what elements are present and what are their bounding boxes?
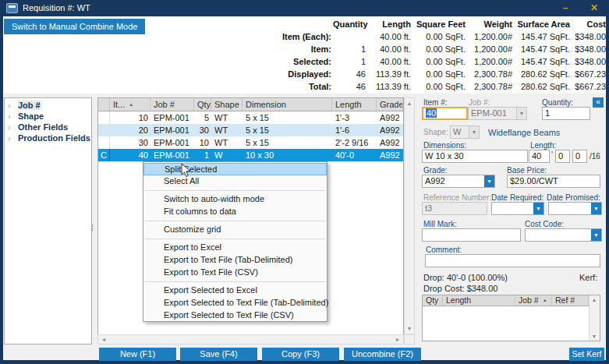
app-icon xyxy=(6,3,18,13)
copy-button[interactable]: Copy (F3) xyxy=(262,348,339,361)
drop-grid-scrollbar[interactable]: ▲ ▼ xyxy=(589,295,600,341)
dropdown-icon: ▼ xyxy=(516,108,526,119)
scrollbar-corner xyxy=(404,334,415,345)
grid-row-40-selected[interactable]: C40EPM-0011W10 x 3040'-0A992 xyxy=(98,149,403,161)
job-number-select[interactable]: EPM-001▼ xyxy=(468,107,527,120)
length-sixteenths-field[interactable]: 0 xyxy=(572,150,587,163)
summary-cell: 280.62 SqFt. xyxy=(512,80,570,93)
grade-select[interactable]: A992▼ xyxy=(422,175,495,188)
save-button[interactable]: Save (F4) xyxy=(180,348,257,361)
grid-header-item[interactable]: It...▲ xyxy=(110,98,150,111)
grid-row-20[interactable]: 20EPM-00130WT5 x 151'-6A992 xyxy=(98,124,403,136)
new-button[interactable]: New (F1) xyxy=(99,348,176,361)
summary-header: Cost xyxy=(570,18,606,30)
summary-cell: 46 xyxy=(333,80,366,93)
dropdown-icon[interactable]: ▼ xyxy=(533,203,543,214)
minimize-icon[interactable]: – xyxy=(558,2,572,14)
dropdown-icon[interactable]: ▼ xyxy=(591,229,601,241)
length-feet-field[interactable]: 40 xyxy=(529,150,550,163)
menu-item-fit-columns[interactable]: Fit columns to data xyxy=(143,206,327,218)
grid-header-grade[interactable]: Grade xyxy=(377,98,403,111)
reference-number-field[interactable]: t3 xyxy=(422,202,487,215)
scroll-up-icon[interactable]: ▲ xyxy=(590,295,599,304)
sort-asc-icon: ▲ xyxy=(543,298,547,302)
base-price-field[interactable]: $29.00/CWT xyxy=(507,175,600,188)
collapse-panel-button[interactable]: « xyxy=(593,97,604,108)
summary-header: Weight xyxy=(466,18,512,30)
date-required-select[interactable]: ▼ xyxy=(491,202,544,215)
scroll-down-icon[interactable]: ▼ xyxy=(590,332,599,341)
menu-item-split-selected[interactable]: Split Selected xyxy=(143,163,327,175)
summary-cell: 0.00 SqFt. xyxy=(411,55,466,68)
drop-grid-header-length[interactable]: Length xyxy=(443,295,515,306)
splitter-handle-icon[interactable]: ⁞ xyxy=(91,224,94,231)
date-promised-select[interactable]: ▼ xyxy=(548,202,602,215)
menu-item-export-tab[interactable]: Export to Text File (Tab-Delimited) xyxy=(143,254,327,267)
scroll-up-icon[interactable]: ▲ xyxy=(405,99,414,108)
titlebar: Requisition #: WT – ✕ xyxy=(0,0,609,16)
length-inches-field[interactable]: 0 xyxy=(555,150,570,163)
grid-vertical-scrollbar[interactable]: ▲ ▼ xyxy=(404,97,415,334)
field-tree: ›Job # ›Shape ›Other Fields ›Production … xyxy=(4,97,92,345)
summary-row-label: Displayed: xyxy=(259,68,333,80)
dimensions-field[interactable]: W 10 x 30 xyxy=(422,150,528,163)
summary-row-label: Selected: xyxy=(259,55,333,68)
scroll-right-icon[interactable]: ► xyxy=(393,335,402,344)
scroll-left-icon[interactable]: ◄ xyxy=(99,335,108,344)
mill-mark-label: Mill Mark: xyxy=(423,220,457,228)
drop-pieces-grid: Qty Length Job #▲ Ref # ▲ ▼ xyxy=(422,295,600,341)
switch-combine-mode-button[interactable]: Switch to Manual Combine Mode xyxy=(4,19,145,34)
summary-cell: 0.00 SqFt. xyxy=(411,68,466,80)
tree-item-shape[interactable]: ›Shape xyxy=(5,111,91,122)
quantity-field[interactable]: 1 xyxy=(542,107,590,120)
menu-item-export-excel[interactable]: Export to Excel xyxy=(143,242,327,254)
summary-cell: 1,200.00# xyxy=(466,55,512,68)
menu-item-export-selected-csv[interactable]: Export Selected to Text File (CSV) xyxy=(143,309,327,322)
set-kerf-button[interactable]: Set Kerf xyxy=(569,348,604,361)
grid-header-length[interactable]: Length xyxy=(332,98,377,111)
menu-item-auto-width[interactable]: Switch to auto-width mode xyxy=(143,193,327,206)
grid-header-job[interactable]: Job # xyxy=(150,98,194,111)
grid-row-30[interactable]: 30EPM-00110WT5 x 152'-2 9/16A992 xyxy=(98,136,403,149)
menu-item-export-selected-tab[interactable]: Export Selected to Text File (Tab-Delimi… xyxy=(143,297,327,309)
comment-field[interactable] xyxy=(425,254,600,267)
scroll-down-icon[interactable]: ▼ xyxy=(405,324,414,333)
menu-item-export-selected-excel[interactable]: Export Selected to Excel xyxy=(143,284,327,297)
drop-grid-header-qty[interactable]: Qty xyxy=(423,295,443,306)
grid-header-qty[interactable]: Qty xyxy=(194,98,211,111)
window-title: Requisition #: WT xyxy=(23,3,90,12)
shape-select[interactable]: W▼ xyxy=(450,125,480,139)
dropdown-icon[interactable]: ▼ xyxy=(484,175,494,187)
menu-separator xyxy=(145,239,325,239)
grid-horizontal-scrollbar[interactable]: ◄ ► xyxy=(97,334,404,345)
mill-mark-field[interactable] xyxy=(422,228,521,242)
menu-separator xyxy=(145,281,325,282)
drop-grid-header-job[interactable]: Job #▲ xyxy=(515,295,552,306)
grade-label: Grade: xyxy=(423,166,448,175)
grid-header-shape[interactable]: Shape xyxy=(211,98,243,111)
tree-item-production-fields[interactable]: ›Production Fields xyxy=(5,133,91,143)
menu-item-select-all[interactable]: Select All xyxy=(143,175,327,188)
drop-summary: Drop: 40'-0 (100.00%) xyxy=(423,273,508,282)
item-number-field[interactable]: 40 xyxy=(422,107,468,120)
summary-header: Surface Area xyxy=(512,18,570,30)
summary-table: Quantity Length Square Feet Weight Surfa… xyxy=(259,18,606,93)
summary-cell: $348.00 xyxy=(570,43,606,55)
summary-cell: $348.00 xyxy=(570,55,606,68)
close-icon[interactable]: ✕ xyxy=(587,2,601,14)
summary-cell: 40.00 ft. xyxy=(366,30,411,43)
drop-grid-header-ref[interactable]: Ref # xyxy=(552,295,589,306)
dropdown-icon[interactable]: ▼ xyxy=(591,203,601,214)
summary-cell: $667.23 xyxy=(570,80,606,93)
uncombine-button[interactable]: Uncombine (F2) xyxy=(344,348,421,361)
grid-header-dimension[interactable]: Dimension xyxy=(243,98,332,111)
tree-item-other-fields[interactable]: ›Other Fields xyxy=(5,122,91,133)
menu-item-customize-grid[interactable]: Customize grid xyxy=(143,224,327,236)
summary-cell: 145.47 SqFt. xyxy=(512,43,570,55)
tree-item-job[interactable]: ›Job # xyxy=(5,100,91,111)
cost-code-select[interactable]: ▼ xyxy=(525,228,602,242)
menu-item-export-csv[interactable]: Export to Text File (CSV) xyxy=(143,267,327,279)
grid-row-10[interactable]: 10EPM-0015WT5 x 151'-3A992 xyxy=(98,111,403,124)
summary-cell: 1,200.00# xyxy=(466,43,512,55)
summary-cell: 1,200.00# xyxy=(466,30,512,43)
